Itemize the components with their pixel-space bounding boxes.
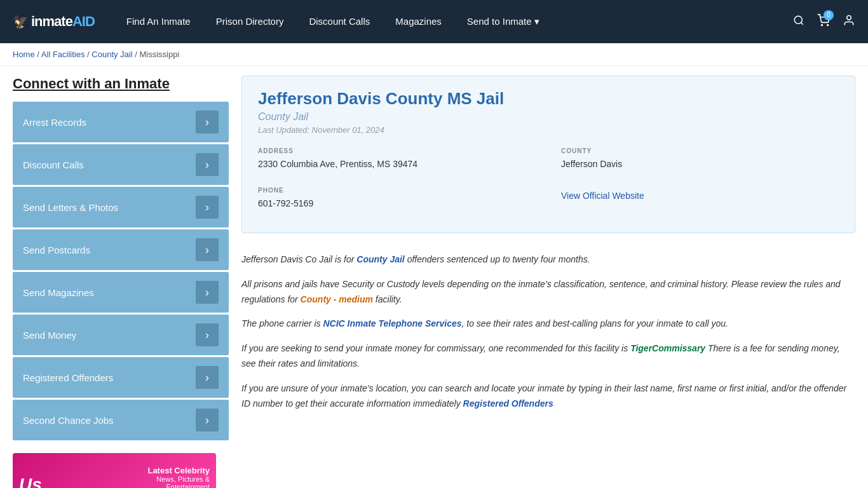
arrow-icon: › bbox=[196, 153, 219, 176]
desc-paragraph-5: If you are unsure of your inmate’s locat… bbox=[241, 381, 855, 412]
search-icon[interactable] bbox=[793, 15, 804, 29]
phone-value: 601-792-5169 bbox=[258, 197, 536, 210]
sidebar-label-second-chance-jobs: Second Chance Jobs bbox=[23, 415, 114, 426]
sidebar-label-send-postcards: Send Postcards bbox=[23, 245, 90, 255]
arrow-icon: › bbox=[196, 323, 219, 346]
sidebar-item-send-postcards[interactable]: Send Postcards › bbox=[13, 229, 229, 270]
arrow-icon: › bbox=[196, 196, 219, 219]
facility-description: Jefferson Davis Co Jail is for County Ja… bbox=[241, 246, 855, 427]
facility-details: ADDRESS 2330 Columbia Ave, Prentiss, MS … bbox=[258, 147, 839, 171]
tiger-commissary-link[interactable]: TigerCommissary bbox=[630, 343, 705, 353]
phone-website-row: PHONE 601-792-5169 View Official Website bbox=[258, 180, 839, 210]
user-icon[interactable] bbox=[843, 14, 855, 30]
breadcrumb-state: Mississippi bbox=[139, 50, 179, 59]
logo-text: inmateAID bbox=[31, 13, 95, 30]
ad-line3: Entertainment bbox=[70, 483, 210, 488]
logo-bird-icon: 🦅 bbox=[13, 14, 29, 29]
ncic-link[interactable]: NCIC Inmate Telephone Services bbox=[323, 318, 461, 329]
county-jail-link[interactable]: County Jail bbox=[356, 254, 404, 264]
facility-type: County Jail bbox=[258, 111, 839, 123]
address-col: ADDRESS 2330 Columbia Ave, Prentiss, MS … bbox=[258, 147, 536, 171]
ad-logo: Us bbox=[19, 475, 70, 488]
arrow-icon: › bbox=[196, 409, 219, 431]
phone-label: PHONE bbox=[258, 187, 536, 194]
arrow-icon: › bbox=[196, 238, 219, 261]
breadcrumb-all-facilities[interactable]: All Facilities bbox=[41, 50, 85, 59]
main-container: Connect with an Inmate Arrest Records › … bbox=[0, 66, 868, 488]
svg-point-4 bbox=[847, 15, 851, 20]
desc-paragraph-4: If you are seeking to send your inmate m… bbox=[241, 341, 855, 372]
breadcrumb-county-jail[interactable]: County Jail bbox=[92, 50, 132, 59]
registered-offenders-link[interactable]: Registered Offenders bbox=[463, 398, 553, 409]
breadcrumb-bar: Home / All Facilities / County Jail / Mi… bbox=[0, 43, 868, 66]
cart-count: 0 bbox=[824, 10, 834, 20]
svg-point-0 bbox=[794, 16, 802, 24]
desc-p3-after: , to see their rates and best-calling pl… bbox=[462, 318, 728, 329]
sidebar-item-send-letters[interactable]: Send Letters & Photos › bbox=[13, 187, 229, 227]
desc-p1-before: Jefferson Davis Co Jail is for bbox=[241, 254, 356, 264]
sidebar-label-discount-calls: Discount Calls bbox=[23, 159, 84, 170]
facility-card: Jefferson Davis County MS Jail County Ja… bbox=[241, 76, 855, 233]
breadcrumb: Home / All Facilities / County Jail / Mi… bbox=[13, 50, 855, 59]
sidebar-ad: Us Latest Celebrity News, Pictures & Ent… bbox=[13, 453, 229, 488]
site-header: 🦅 inmateAID Find An Inmate Prison Direct… bbox=[0, 0, 868, 43]
address-label: ADDRESS bbox=[258, 147, 536, 154]
desc-p3-before: The phone carrier is bbox=[241, 318, 323, 329]
view-official-website-link[interactable]: View Official Website bbox=[561, 191, 644, 201]
sidebar-item-send-money[interactable]: Send Money › bbox=[13, 315, 229, 355]
sidebar-label-send-magazines: Send Magazines bbox=[23, 287, 94, 298]
svg-point-3 bbox=[827, 24, 829, 25]
sidebar-item-send-magazines[interactable]: Send Magazines › bbox=[13, 272, 229, 313]
nav-magazines[interactable]: Magazines bbox=[395, 16, 442, 27]
sidebar-label-arrest-records: Arrest Records bbox=[23, 117, 86, 128]
sidebar: Connect with an Inmate Arrest Records › … bbox=[13, 76, 229, 488]
sidebar-item-second-chance-jobs[interactable]: Second Chance Jobs › bbox=[13, 400, 229, 440]
header-icons: 0 bbox=[793, 14, 855, 30]
main-nav: Find An Inmate Prison Directory Discount… bbox=[126, 16, 774, 27]
nav-prison-directory[interactable]: Prison Directory bbox=[216, 16, 284, 27]
svg-point-2 bbox=[822, 24, 823, 25]
desc-p1-after: offenders sentenced up to twenty four mo… bbox=[405, 254, 590, 264]
desc-paragraph-2: All prisons and jails have Security or C… bbox=[241, 277, 855, 308]
ad-banner[interactable]: Us Latest Celebrity News, Pictures & Ent… bbox=[13, 453, 216, 488]
ad-text: Latest Celebrity News, Pictures & Entert… bbox=[70, 466, 210, 488]
county-value: Jefferson Davis bbox=[561, 158, 839, 171]
ad-line2: News, Pictures & bbox=[70, 475, 210, 483]
nav-discount-calls[interactable]: Discount Calls bbox=[309, 16, 370, 27]
sidebar-label-send-letters: Send Letters & Photos bbox=[23, 202, 118, 213]
arrow-icon: › bbox=[196, 366, 219, 389]
arrow-icon: › bbox=[196, 281, 219, 304]
county-label: COUNTY bbox=[561, 147, 839, 154]
county-medium-link[interactable]: County - medium bbox=[301, 294, 373, 304]
sidebar-label-send-money: Send Money bbox=[23, 330, 76, 341]
desc-p2-after: facility. bbox=[373, 294, 402, 304]
county-col: COUNTY Jefferson Davis bbox=[561, 147, 839, 171]
facility-updated: Last Updated: November 01, 2024 bbox=[258, 125, 839, 135]
logo[interactable]: 🦅 inmateAID bbox=[13, 13, 95, 30]
website-label-spacer bbox=[561, 180, 839, 187]
arrow-icon: › bbox=[196, 111, 219, 133]
nav-send-to-inmate[interactable]: Send to Inmate ▾ bbox=[467, 16, 539, 27]
website-col: View Official Website bbox=[561, 180, 839, 210]
facility-name: Jefferson Davis County MS Jail bbox=[258, 89, 839, 109]
sidebar-item-registered-offenders[interactable]: Registered Offenders › bbox=[13, 357, 229, 398]
sidebar-menu: Arrest Records › Discount Calls › Send L… bbox=[13, 102, 229, 440]
address-value: 2330 Columbia Ave, Prentiss, MS 39474 bbox=[258, 158, 536, 171]
nav-find-inmate[interactable]: Find An Inmate bbox=[126, 16, 191, 27]
desc-paragraph-3: The phone carrier is NCIC Inmate Telepho… bbox=[241, 316, 855, 332]
sidebar-label-registered-offenders: Registered Offenders bbox=[23, 372, 113, 383]
main-content: Jefferson Davis County MS Jail County Ja… bbox=[241, 76, 855, 488]
ad-title: Latest Celebrity bbox=[70, 466, 210, 475]
desc-paragraph-1: Jefferson Davis Co Jail is for County Ja… bbox=[241, 252, 855, 268]
phone-col: PHONE 601-792-5169 bbox=[258, 187, 536, 210]
sidebar-item-discount-calls[interactable]: Discount Calls › bbox=[13, 144, 229, 185]
breadcrumb-home[interactable]: Home bbox=[13, 50, 35, 59]
desc-p4-before: If you are seeking to send your inmate m… bbox=[241, 343, 630, 353]
sidebar-item-arrest-records[interactable]: Arrest Records › bbox=[13, 102, 229, 142]
sidebar-title: Connect with an Inmate bbox=[13, 76, 229, 92]
svg-line-1 bbox=[801, 22, 803, 24]
cart-icon[interactable]: 0 bbox=[817, 14, 830, 30]
